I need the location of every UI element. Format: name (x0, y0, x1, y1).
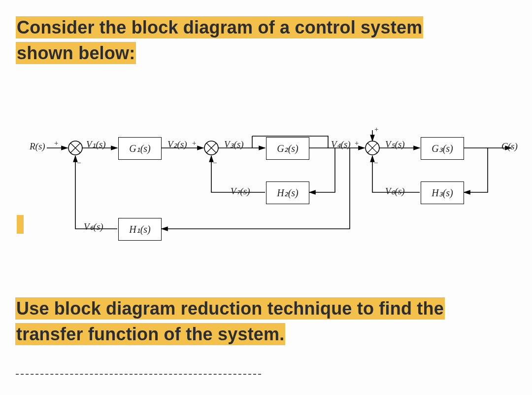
label-r: R(s) (30, 141, 45, 152)
sign-s2-plus: + (192, 139, 196, 147)
label-v1: V₁(s) (86, 139, 106, 150)
label-v5: V₅(s) (385, 139, 405, 150)
block-diagram: G₁(s) G₂(s) G₃(s) H₂(s) H₃(s) H₁(s) R(s)… (30, 118, 522, 266)
sign-r-plus: + (54, 139, 58, 147)
sign-s3-plus-top: + (374, 125, 378, 134)
block-h3: H₃(s) (421, 181, 464, 204)
sign-s3-minus: − (374, 159, 378, 167)
heading-top-line2: shown below: (16, 42, 136, 64)
label-v4: V₄(s) (331, 139, 351, 150)
heading-bot-line2: transfer function of the system. (15, 323, 285, 345)
heading-top: Consider the block diagram of a control … (16, 15, 499, 66)
block-g1: G₁(s) (118, 137, 162, 160)
label-v2: V₂(s) (167, 139, 187, 150)
heading-top-line1: Consider the block diagram of a control … (16, 16, 423, 38)
heading-bottom: Use block diagram reduction technique to… (15, 296, 528, 347)
label-v8: V₈(s) (385, 185, 405, 197)
label-v6: V₆(s) (84, 221, 103, 232)
sign-s3-plus-left: + (355, 139, 359, 147)
block-h2: H₂(s) (266, 181, 309, 204)
orange-caret (17, 215, 24, 234)
heading-bot-line1: Use block diagram reduction technique to… (15, 297, 445, 320)
label-v3: V₃(s) (224, 139, 244, 150)
label-v7: V₇(s) (231, 185, 250, 197)
sign-s1-minus: − (77, 159, 81, 167)
block-g2: G₂(s) (266, 137, 309, 160)
sign-s2-minus: − (213, 159, 217, 167)
dashed-rule (16, 374, 261, 375)
block-g3: G₃(s) (421, 137, 464, 160)
block-h1: H₁(s) (118, 218, 162, 241)
label-c: C(s) (501, 141, 518, 152)
